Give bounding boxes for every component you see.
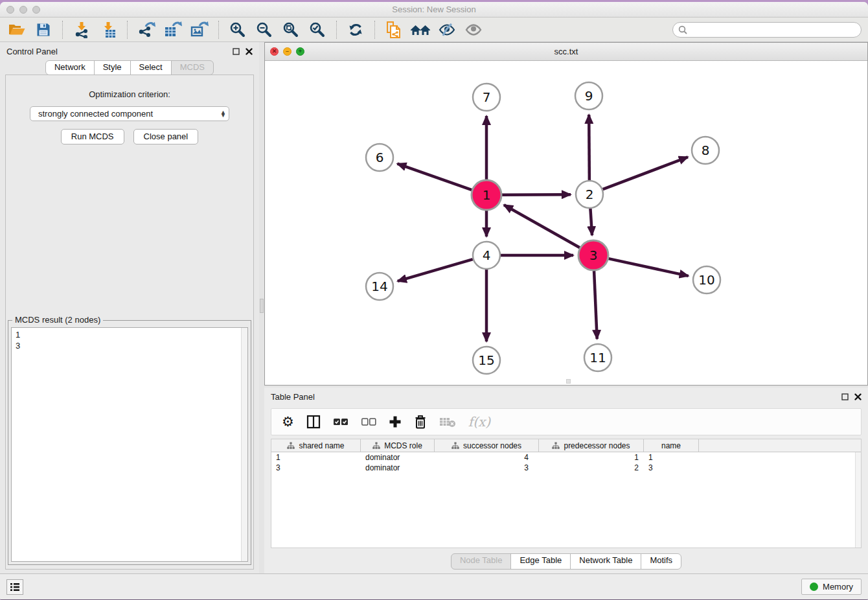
refresh-layout-icon[interactable] — [345, 20, 366, 40]
export-network-icon[interactable] — [136, 20, 157, 40]
graph-node-3-dominator[interactable]: 3 — [578, 240, 608, 270]
edge-2-8[interactable] — [603, 157, 688, 189]
zoom-fit-icon[interactable] — [280, 20, 301, 40]
zoom-out-icon[interactable] — [254, 20, 275, 40]
graph-node-14[interactable]: 14 — [366, 273, 393, 300]
import-network-icon[interactable] — [71, 20, 92, 40]
tab-network[interactable]: Network — [45, 60, 95, 75]
graph-node-6[interactable]: 6 — [366, 144, 393, 171]
save-session-icon[interactable] — [33, 20, 54, 40]
edge-3-1[interactable] — [504, 205, 580, 248]
tab-motifs[interactable]: Motifs — [641, 553, 681, 570]
cell-predecessor-nodes[interactable]: 2 — [539, 463, 644, 472]
column-header-shared-name[interactable]: shared name — [271, 439, 361, 452]
minimize-window-button[interactable] — [19, 6, 27, 14]
splitter-grip[interactable] — [260, 299, 264, 313]
search-area — [672, 22, 862, 38]
graph-node-1-dominator[interactable]: 1 — [472, 180, 501, 210]
column-view-icon[interactable] — [306, 415, 321, 429]
tab-network-table[interactable]: Network Table — [570, 553, 641, 570]
add-column-icon[interactable] — [389, 415, 402, 428]
graph-node-4[interactable]: 4 — [473, 242, 500, 269]
graph-node-11[interactable]: 11 — [584, 344, 611, 371]
edge-2-3[interactable] — [590, 209, 592, 235]
node-table[interactable]: shared nameMCDS rolesuccessor nodesprede… — [271, 439, 862, 548]
zoom-window-button[interactable] — [32, 6, 40, 14]
network-close-icon[interactable]: ✕ — [270, 47, 279, 56]
edge-3-10[interactable] — [608, 259, 688, 276]
tab-style[interactable]: Style — [94, 60, 131, 75]
column-header-name[interactable]: name — [644, 439, 699, 452]
graph-node-9[interactable]: 9 — [575, 82, 602, 110]
cell-successor-nodes[interactable]: 4 — [435, 453, 539, 462]
cell-name[interactable]: 3 — [644, 463, 699, 472]
control-panel-header: Control Panel — [0, 42, 259, 60]
close-window-button[interactable] — [6, 6, 14, 14]
close-table-panel-icon[interactable] — [854, 393, 862, 400]
close-panel-icon[interactable] — [246, 48, 253, 55]
column-header-successor-nodes[interactable]: successor nodes — [435, 439, 539, 452]
zoom-in-icon[interactable] — [227, 20, 248, 40]
network-graph[interactable]: 7968124314101511 — [265, 61, 867, 385]
float-table-panel-icon[interactable] — [841, 393, 849, 400]
cell-predecessor-nodes[interactable]: 1 — [539, 453, 644, 462]
memory-button[interactable]: Memory — [801, 579, 862, 595]
import-table-icon[interactable] — [98, 20, 119, 40]
network-maximize-icon[interactable]: + — [296, 47, 304, 56]
graph-node-7[interactable]: 7 — [473, 84, 500, 111]
edge-2-9[interactable] — [589, 115, 589, 180]
mcds-result-box[interactable]: 1 3 — [11, 327, 248, 562]
unselect-all-icon[interactable] — [361, 417, 376, 426]
window-controls[interactable] — [6, 6, 40, 14]
export-table-icon[interactable] — [163, 20, 183, 40]
search-input[interactable] — [691, 25, 856, 34]
graph-node-2[interactable]: 2 — [576, 181, 603, 208]
zoom-selected-icon[interactable] — [307, 20, 328, 40]
graph-node-10[interactable]: 10 — [693, 266, 720, 294]
table-scrollbar[interactable] — [855, 452, 861, 548]
run-mcds-button[interactable]: Run MCDS — [61, 129, 124, 144]
tree-sort-icon — [451, 442, 459, 450]
select-all-icon[interactable] — [333, 417, 348, 426]
tab-edge-table[interactable]: Edge Table — [510, 553, 571, 570]
edge-1-6[interactable] — [397, 164, 472, 190]
table-row[interactable]: 3dominator323 — [271, 463, 861, 473]
gear-icon[interactable]: ⚙ — [282, 415, 294, 429]
edge-4-14[interactable] — [398, 259, 473, 281]
close-panel-button[interactable]: Close panel — [133, 129, 199, 144]
tab-select[interactable]: Select — [130, 60, 172, 75]
home-views-icon[interactable] — [410, 20, 431, 40]
panel-splitter[interactable] — [259, 42, 264, 573]
edge-1-2[interactable] — [502, 194, 571, 195]
search-field[interactable] — [672, 22, 862, 38]
column-header-predecessor-nodes[interactable]: predecessor nodes — [539, 439, 644, 452]
show-all-icon[interactable] — [463, 20, 484, 40]
cell-name[interactable]: 1 — [644, 453, 699, 462]
network-minimize-icon[interactable]: – — [283, 47, 291, 56]
tab-mcds[interactable]: MCDS — [171, 60, 214, 75]
cell-shared-name[interactable]: 1 — [271, 453, 361, 462]
canvas-resize-grip[interactable] — [566, 379, 571, 384]
toolbar-separator — [127, 21, 128, 39]
cell-shared-name[interactable]: 3 — [271, 463, 361, 472]
cell-MCDS-role[interactable]: dominator — [361, 463, 435, 472]
column-header-MCDS-role[interactable]: MCDS role — [361, 439, 435, 452]
tab-node-table[interactable]: Node Table — [451, 553, 512, 570]
export-image-icon[interactable] — [189, 20, 210, 40]
graph-node-15[interactable]: 15 — [473, 347, 500, 374]
criterion-dropdown[interactable]: strongly connected component ▲▼ — [30, 106, 229, 121]
clone-network-icon[interactable] — [383, 20, 404, 40]
float-panel-icon[interactable] — [233, 48, 240, 55]
table-row[interactable]: 1dominator411 — [271, 452, 861, 463]
network-canvas[interactable]: 7968124314101511 — [265, 61, 867, 385]
cell-MCDS-role[interactable]: dominator — [361, 453, 435, 462]
open-session-icon[interactable] — [6, 20, 27, 40]
control-panel-title: Control Panel — [6, 47, 58, 56]
hide-selected-icon[interactable] — [437, 20, 457, 40]
task-history-button[interactable] — [6, 579, 23, 595]
delete-column-icon[interactable] — [414, 415, 427, 429]
edge-3-11[interactable] — [594, 271, 597, 339]
cell-successor-nodes[interactable]: 3 — [435, 463, 539, 472]
graph-node-8[interactable]: 8 — [692, 137, 719, 164]
result-scrollbar[interactable] — [241, 328, 247, 561]
